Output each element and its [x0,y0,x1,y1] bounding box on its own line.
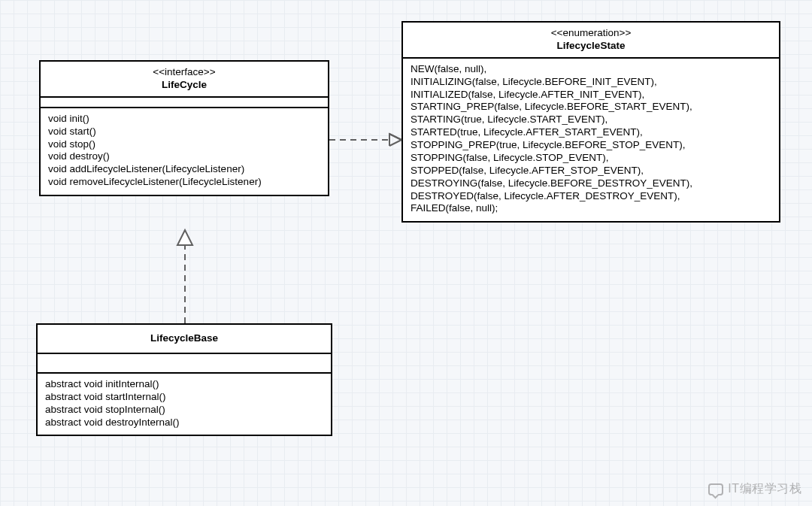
uml-member: STOPPING_PREP(true, Lifecycle.BEFORE_STO… [411,139,771,152]
uml-member: abstract void initInternal() [45,378,323,391]
class-name: LifecycleBase [44,332,325,345]
uml-operations: void init()void start()void stop()void d… [41,108,328,195]
uml-class-lifecycle: <<interface>> LifeCycle void init()void … [39,60,329,196]
uml-member: void removeLifecycleListener(LifecycleLi… [48,176,320,189]
uml-member: void init() [48,113,320,126]
uml-member: DESTROYED(false, Lifecycle.AFTER_DESTROY… [411,190,771,203]
uml-head: LifecycleBase [38,325,331,354]
uml-member: abstract void startInternal() [45,391,323,404]
uml-head: <<interface>> LifeCycle [41,62,328,98]
watermark: IT编程学习栈 [708,481,801,497]
svg-line-0 [389,134,401,140]
uml-member: STARTED(true, Lifecycle.AFTER_START_EVEN… [411,126,771,139]
class-name: LifecycleState [409,40,773,53]
realization-arrowhead-icon [177,230,192,245]
svg-line-1 [389,140,401,146]
dependency-arrowhead-icon [389,134,401,146]
class-name: LifeCycle [47,79,322,92]
uml-member: void addLifecycleListener(LifecycleListe… [48,163,320,176]
uml-head: <<enumeration>> LifecycleState [403,23,779,59]
uml-enum-lifecyclestate: <<enumeration>> LifecycleState NEW(false… [401,21,780,223]
uml-enum-values: NEW(false, null),INITIALIZING(false, Lif… [403,59,779,222]
uml-member: void start() [48,126,320,138]
uml-member: NEW(false, null), [411,63,771,76]
uml-attributes-empty [38,354,331,374]
uml-member: STARTING(true, Lifecycle.START_EVENT), [411,114,771,126]
uml-member: INITIALIZING(false, Lifecycle.BEFORE_INI… [411,76,771,89]
uml-class-lifecyclebase: LifecycleBase abstract void initInternal… [36,323,332,436]
uml-member: FAILED(false, null); [411,202,771,215]
uml-member: abstract void stopInternal() [45,404,323,417]
uml-member: void stop() [48,138,320,151]
uml-member: STOPPED(false, Lifecycle.AFTER_STOP_EVEN… [411,165,771,177]
watermark-text: IT编程学习栈 [728,481,801,497]
uml-member: DESTROYING(false, Lifecycle.BEFORE_DESTR… [411,177,771,190]
stereotype-label: <<interface>> [47,66,322,79]
uml-member: STOPPING(false, Lifecycle.STOP_EVENT), [411,152,771,165]
wechat-icon [708,483,723,495]
uml-member: STARTING_PREP(false, Lifecycle.BEFORE_ST… [411,101,771,114]
stereotype-label: <<enumeration>> [409,27,773,40]
uml-member: void destroy() [48,150,320,163]
uml-attributes-empty [41,98,328,108]
uml-member: abstract void destroyInternal() [45,417,323,429]
uml-member: INITIALIZED(false, Lifecycle.AFTER_INIT_… [411,89,771,102]
uml-operations: abstract void initInternal()abstract voi… [38,374,331,435]
